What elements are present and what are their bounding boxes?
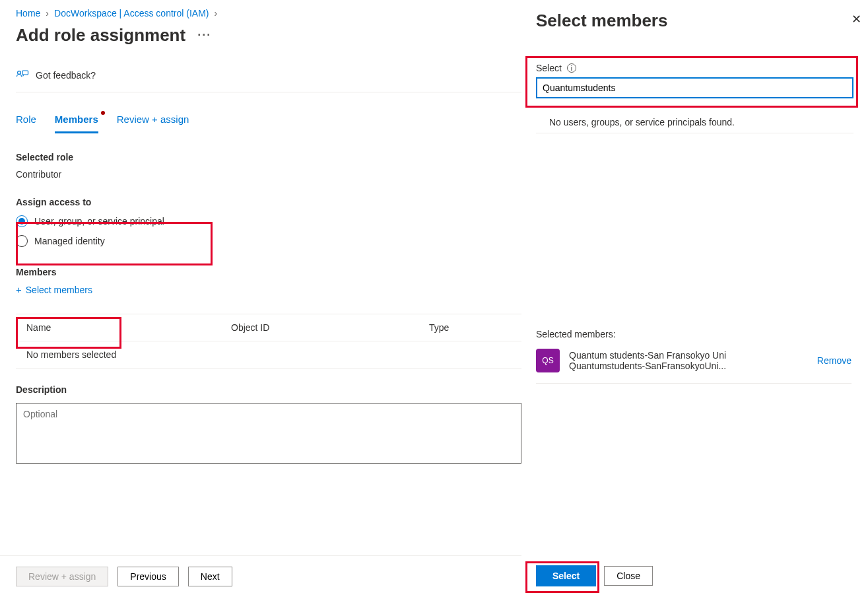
feedback-icon <box>16 69 29 81</box>
select-button[interactable]: Select <box>536 565 596 586</box>
member-subtitle: Quantumstudents-SanFransokyoUni... <box>569 361 808 371</box>
svg-rect-1 <box>22 71 28 75</box>
remove-member-link[interactable]: Remove <box>817 355 851 366</box>
review-assign-button[interactable]: Review + assign <box>16 567 108 586</box>
search-input[interactable] <box>536 77 853 98</box>
more-icon[interactable]: ··· <box>197 28 211 42</box>
member-name: Quantum students-San Fransokyo Uni <box>569 350 808 361</box>
page-title: Add role assignment ··· <box>16 25 521 46</box>
selected-role-label: Selected role <box>16 152 521 162</box>
selected-role-value: Contributor <box>16 169 521 180</box>
breadcrumb-iam[interactable]: DocWorkspace | Access control (IAM) <box>54 8 209 18</box>
breadcrumb-home[interactable]: Home <box>16 8 40 18</box>
next-button[interactable]: Next <box>188 567 232 586</box>
selected-member-row: QS Quantum students-San Fransokyo Uni Qu… <box>536 349 851 384</box>
svg-point-0 <box>18 71 21 75</box>
tab-members[interactable]: Members <box>55 110 98 133</box>
info-icon[interactable]: i <box>567 63 576 73</box>
select-label: Select <box>536 63 562 73</box>
tabs: Role Members Review + assign <box>16 110 521 133</box>
col-type: Type <box>429 322 511 333</box>
select-members-link[interactable]: + Select members <box>16 284 92 295</box>
tab-dirty-indicator-icon <box>101 111 105 115</box>
select-members-label: Select members <box>26 285 92 295</box>
highlight-box <box>16 317 121 349</box>
chevron-right-icon: › <box>214 8 217 18</box>
divider <box>536 133 853 133</box>
tab-members-label: Members <box>55 114 98 125</box>
feedback-link[interactable]: Got feedback? <box>36 70 96 81</box>
chevron-right-icon: › <box>46 8 49 18</box>
page-title-text: Add role assignment <box>16 25 185 46</box>
assign-access-label: Assign access to <box>16 197 521 207</box>
panel-title: Select members <box>536 11 853 31</box>
previous-button[interactable]: Previous <box>117 567 178 586</box>
table-empty-message: No members selected <box>26 349 231 360</box>
highlight-box <box>16 222 213 265</box>
no-results-text: No users, groups, or service principals … <box>536 117 853 127</box>
breadcrumb: Home › DocWorkspace | Access control (IA… <box>16 8 521 18</box>
close-button[interactable]: Close <box>604 566 653 586</box>
description-label: Description <box>16 384 521 395</box>
tab-review[interactable]: Review + assign <box>117 110 189 133</box>
selected-members-label: Selected members: <box>536 329 851 339</box>
col-object-id: Object ID <box>231 322 429 333</box>
plus-icon: + <box>16 284 22 295</box>
footer-bar: Review + assign Previous Next <box>0 555 521 597</box>
tab-role[interactable]: Role <box>16 110 36 133</box>
select-members-panel: Select members ✕ Select i No users, grou… <box>521 0 868 597</box>
description-input[interactable] <box>16 403 521 464</box>
members-label: Members <box>16 267 521 277</box>
close-icon[interactable]: ✕ <box>851 12 861 26</box>
avatar: QS <box>536 349 560 372</box>
